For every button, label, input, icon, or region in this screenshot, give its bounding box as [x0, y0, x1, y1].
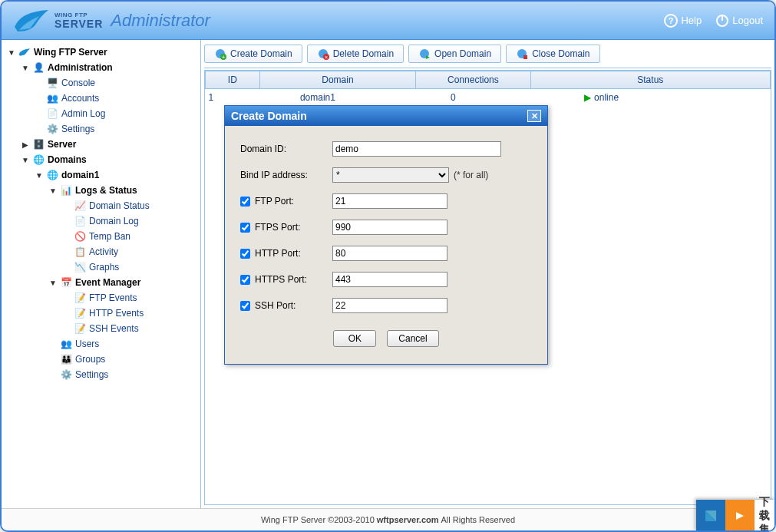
- server-icon: [18, 46, 31, 58]
- https-port-check[interactable]: [240, 275, 250, 285]
- bind-hint: (* for all): [454, 170, 488, 180]
- footer: Wing FTP Server ©2003-2010 wftpserver.co…: [2, 508, 774, 530]
- svg-text:+: +: [222, 54, 226, 60]
- dialog-title-text: Create Domain: [231, 110, 307, 122]
- server-node-icon: 🗄️: [32, 138, 45, 150]
- http-port-check[interactable]: [240, 249, 250, 259]
- admin-icon: 👤: [32, 61, 45, 74]
- badge-orange-icon: [725, 500, 755, 532]
- ftp-port-check[interactable]: [240, 197, 250, 207]
- header-bar: WING FTP SERVER Administrator ? Help Log…: [2, 2, 774, 40]
- bind-ip-select[interactable]: *: [332, 167, 449, 183]
- tree-ssh-events[interactable]: 📝SSH Events: [61, 321, 197, 336]
- ssh-port-input[interactable]: [332, 298, 447, 313]
- settings-icon: ⚙️: [60, 368, 72, 381]
- tree-http-events[interactable]: 📝HTTP Events: [61, 306, 197, 321]
- https-port-label: HTTPS Port:: [255, 274, 307, 285]
- power-icon: [715, 14, 729, 28]
- evmgr-icon: 📅: [60, 276, 72, 289]
- watermark-badge: 下载集: [696, 500, 776, 532]
- tree-graphs[interactable]: 📉Graphs: [61, 259, 197, 275]
- tree-groups[interactable]: 👪Groups: [48, 352, 197, 367]
- ev-icon: 📝: [74, 322, 86, 335]
- close-domain-button[interactable]: Close Domain: [506, 45, 599, 63]
- help-link[interactable]: ? Help: [664, 14, 702, 28]
- groups-icon: 👪: [60, 353, 72, 365]
- http-port-input[interactable]: [332, 246, 447, 261]
- console-icon: 🖥️: [46, 77, 58, 89]
- ftp-port-label: FTP Port:: [255, 196, 294, 207]
- ssh-port-check[interactable]: [240, 301, 250, 311]
- tree-root[interactable]: ▼ Wing FTP Server: [6, 45, 197, 60]
- settings-icon: ⚙️: [46, 123, 58, 135]
- globe-delete-icon: ×: [317, 48, 329, 60]
- domain-id-label: Domain ID:: [240, 144, 286, 154]
- tree-domains[interactable]: ▼🌐Domains: [20, 152, 197, 167]
- tree-accounts[interactable]: 👥Accounts: [34, 91, 197, 106]
- tree-settings-domain[interactable]: ⚙️Settings: [48, 367, 197, 382]
- logout-link[interactable]: Logout: [715, 14, 763, 28]
- logs-icon: 📊: [60, 184, 72, 197]
- content-area: +Create Domain ×Delete Domain Open Domai…: [201, 40, 774, 508]
- tree-console[interactable]: 🖥️Console: [34, 75, 197, 91]
- logo-area: WING FTP SERVER Administrator: [13, 5, 210, 36]
- ban-icon: 🚫: [74, 230, 86, 243]
- col-id[interactable]: ID: [206, 71, 260, 89]
- globe-add-icon: +: [214, 48, 226, 60]
- open-domain-button[interactable]: Open Domain: [408, 45, 501, 63]
- col-status[interactable]: Status: [530, 71, 770, 89]
- tree-ftp-events[interactable]: 📝FTP Events: [61, 290, 197, 306]
- svg-text:?: ?: [669, 16, 674, 25]
- tree-settings-admin[interactable]: ⚙️Settings: [34, 121, 197, 137]
- ftps-port-label: FTPS Port:: [255, 222, 300, 233]
- https-port-input[interactable]: [332, 272, 447, 287]
- log-icon: 📄: [46, 107, 58, 120]
- domain-icon: 🌐: [46, 169, 58, 181]
- http-port-label: HTTP Port:: [255, 248, 301, 259]
- globe-close-icon: [516, 48, 528, 60]
- svg-text:×: ×: [325, 55, 328, 60]
- tree-temp-ban[interactable]: 🚫Temp Ban: [61, 229, 197, 244]
- tree-logs-status[interactable]: ▼📊Logs & Status: [48, 183, 197, 198]
- tree-activity[interactable]: 📋Activity: [61, 244, 197, 259]
- col-domain[interactable]: Domain: [259, 71, 416, 89]
- toolbar: +Create Domain ×Delete Domain Open Domai…: [204, 43, 771, 68]
- tree-domain-log[interactable]: 📄Domain Log: [61, 213, 197, 229]
- logo-text: WING FTP SERVER: [54, 12, 103, 29]
- tree-domain1[interactable]: ▼🌐domain1: [34, 167, 197, 183]
- graphs-icon: 📉: [74, 261, 86, 273]
- tree-event-manager[interactable]: ▼📅Event Manager: [48, 275, 197, 290]
- ftps-port-input[interactable]: [332, 220, 447, 235]
- tree-users[interactable]: 👥Users: [48, 336, 197, 352]
- activity-icon: 📋: [74, 246, 86, 258]
- table-row[interactable]: 1 domain1 0 ▶online: [206, 89, 771, 107]
- col-connections[interactable]: Connections: [416, 71, 530, 89]
- footer-domain: wftpserver.com: [377, 515, 439, 524]
- ok-button[interactable]: OK: [333, 330, 376, 347]
- svg-rect-12: [523, 55, 527, 59]
- domains-icon: 🌐: [32, 154, 45, 166]
- ssh-port-label: SSH Port:: [255, 300, 296, 311]
- sidebar: ▼ Wing FTP Server ▼👤Administration 🖥️Con…: [2, 40, 201, 508]
- create-domain-dialog: Create Domain ✕ Domain ID: Bind IP addre…: [224, 105, 548, 365]
- delete-domain-button[interactable]: ×Delete Domain: [307, 45, 404, 63]
- badge-text: 下载集: [755, 495, 776, 532]
- accounts-icon: 👥: [46, 92, 58, 104]
- globe-open-icon: [418, 48, 431, 60]
- dialog-close-button[interactable]: ✕: [527, 110, 541, 122]
- ftps-port-check[interactable]: [240, 223, 250, 233]
- dialog-titlebar[interactable]: Create Domain ✕: [225, 106, 547, 126]
- tree-administration[interactable]: ▼👤Administration: [20, 60, 197, 75]
- wing-logo-icon: [13, 5, 50, 36]
- tree-admin-log[interactable]: 📄Admin Log: [34, 106, 197, 121]
- create-domain-button[interactable]: +Create Domain: [204, 45, 302, 63]
- tree-domain-status[interactable]: 📈Domain Status: [61, 198, 197, 213]
- ftp-port-input[interactable]: [332, 193, 447, 209]
- cancel-button[interactable]: Cancel: [387, 330, 438, 347]
- tree-server[interactable]: ▶🗄️Server: [20, 137, 197, 152]
- domain-id-input[interactable]: [332, 141, 501, 157]
- ev-icon: 📝: [74, 307, 86, 319]
- badge-blue-icon: [696, 500, 725, 532]
- admin-title: Administrator: [111, 11, 210, 31]
- help-icon: ?: [664, 14, 678, 28]
